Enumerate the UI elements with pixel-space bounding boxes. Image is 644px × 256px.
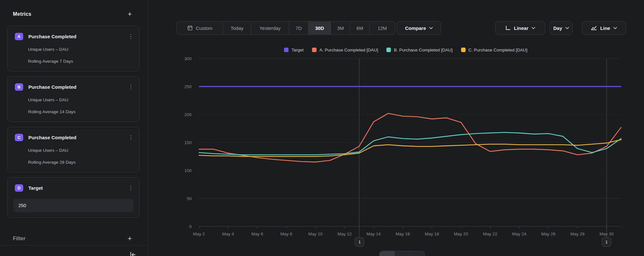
metrics-sidebar: Metrics + A Purchase Completed ⋮ Unique …	[0, 0, 148, 256]
range-3m[interactable]: 3M	[331, 22, 350, 34]
target-card[interactable]: D Target ⋮	[7, 177, 139, 218]
svg-text:May 8: May 8	[280, 232, 292, 236]
date-range-control: Custom Today Yesterday 7D 30D 3M 6M 12M	[176, 21, 395, 35]
metric-badge-d: D	[15, 184, 23, 192]
chevron-down-icon	[565, 27, 569, 29]
svg-text:May 18: May 18	[425, 232, 439, 236]
kebab-menu-icon[interactable]: ⋮	[128, 34, 134, 39]
svg-text:May 22: May 22	[483, 232, 497, 236]
svg-text:0: 0	[189, 224, 192, 229]
svg-text:150: 150	[184, 140, 192, 145]
kebab-menu-icon[interactable]: ⋮	[128, 135, 134, 140]
metric-card-c[interactable]: C Purchase Completed ⋮ Unique Users – DA…	[7, 127, 139, 172]
compare-button[interactable]: Compare	[397, 21, 441, 35]
metric-rollup: Rolling Average 14 Days	[28, 109, 76, 114]
range-6m[interactable]: 6M	[350, 22, 370, 34]
granularity-button[interactable]: Day	[550, 21, 573, 35]
layout-split-button[interactable]	[395, 251, 410, 256]
filter-label: Filter	[13, 236, 25, 242]
svg-text:May 16: May 16	[396, 232, 410, 236]
layout-grid-button[interactable]	[410, 251, 424, 256]
collapse-sidebar-icon[interactable]	[129, 251, 137, 256]
metric-measure: Unique Users – DAU	[28, 97, 68, 102]
chart-type-button[interactable]: Line	[582, 21, 626, 35]
sidebar-header: Metrics +	[13, 10, 134, 19]
metrics-explorer-app: { "sidebar": { "title": "Metrics", "card…	[0, 0, 644, 256]
line-chart-icon	[591, 25, 597, 31]
svg-text:May 26: May 26	[541, 232, 555, 236]
metric-badge-c: C	[15, 134, 23, 141]
range-yesterday[interactable]: Yesterday	[251, 22, 289, 34]
range-custom[interactable]: Custom	[177, 22, 223, 34]
calendar-icon	[187, 25, 193, 31]
svg-text:100: 100	[184, 168, 192, 173]
chart-layout-switcher	[379, 251, 425, 256]
range-12m[interactable]: 12M	[370, 22, 395, 34]
svg-text:May 10: May 10	[308, 232, 323, 236]
svg-text:200: 200	[184, 112, 192, 117]
metric-badge-a: A	[15, 33, 23, 40]
layout-single-button[interactable]	[380, 251, 395, 256]
filter-section: Filter +	[13, 234, 134, 243]
svg-text:May 24: May 24	[512, 232, 526, 236]
annotation-badge-1[interactable]: 1	[355, 237, 364, 247]
svg-text:May 20: May 20	[454, 232, 468, 236]
chevron-down-icon	[532, 27, 535, 29]
kebab-menu-icon[interactable]: ⋮	[128, 185, 134, 191]
metric-title: Purchase Completed	[28, 34, 128, 39]
linear-scale-icon	[505, 25, 511, 31]
svg-text:May 4: May 4	[222, 232, 234, 236]
metric-badge-b: B	[15, 83, 23, 91]
metric-title: Purchase Completed	[28, 135, 128, 140]
svg-text:May 2: May 2	[193, 232, 205, 236]
metric-measure: Unique Users – DAU	[28, 148, 68, 153]
metric-card-a[interactable]: A Purchase Completed ⋮ Unique Users – DA…	[7, 26, 139, 71]
svg-text:May 28: May 28	[570, 232, 584, 236]
chevron-down-icon	[613, 27, 617, 29]
chevron-down-icon	[429, 27, 433, 29]
svg-text:May 12: May 12	[337, 232, 352, 236]
add-filter-button[interactable]: +	[126, 234, 134, 243]
svg-text:May 6: May 6	[251, 232, 263, 236]
kebab-menu-icon[interactable]: ⋮	[128, 84, 134, 90]
svg-text:300: 300	[184, 56, 192, 61]
target-title: Target	[28, 185, 128, 191]
svg-text:May 14: May 14	[366, 232, 381, 236]
svg-text:50: 50	[187, 196, 192, 201]
range-30d[interactable]: 30D	[308, 22, 331, 34]
metric-measure: Unique Users – DAU	[28, 47, 68, 52]
sidebar-divider	[0, 245, 148, 245]
add-metric-button[interactable]: +	[126, 10, 134, 18]
sidebar-title: Metrics	[13, 11, 31, 17]
metric-title: Purchase Completed	[28, 84, 128, 90]
range-today[interactable]: Today	[223, 22, 251, 34]
metric-rollup: Rolling Average 28 Days	[28, 160, 76, 165]
range-7d[interactable]: 7D	[289, 22, 308, 34]
metric-rollup: Rolling Average 7 Days	[28, 59, 73, 64]
scale-button[interactable]: Linear	[495, 21, 545, 35]
svg-text:250: 250	[184, 84, 192, 89]
chart-svg: 050100150200250300May 2May 4May 6May 8Ma…	[180, 42, 644, 256]
metric-card-b[interactable]: B Purchase Completed ⋮ Unique Users – DA…	[7, 76, 139, 122]
annotation-badge-2[interactable]: 1	[602, 237, 611, 247]
target-value-input[interactable]	[13, 199, 134, 212]
